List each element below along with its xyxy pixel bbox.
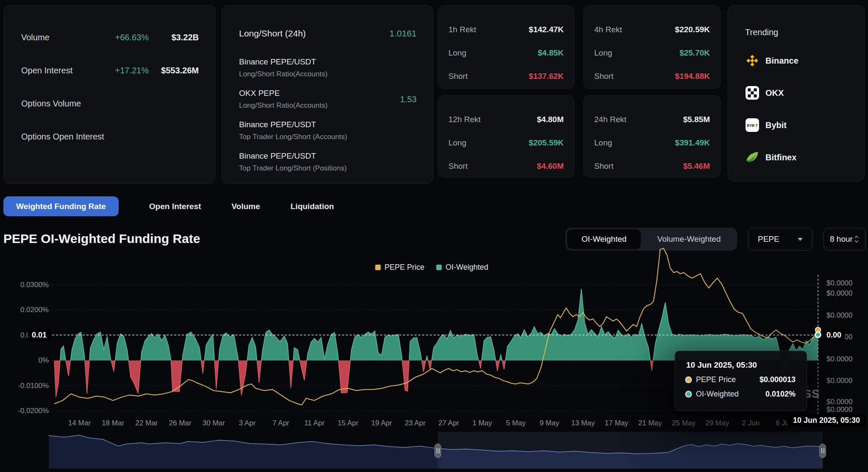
tooltip-value: 0.0102%	[765, 390, 796, 399]
legend-oi-weighted[interactable]: OI-Weighted	[436, 263, 488, 272]
price-dot-icon	[686, 377, 691, 382]
y-axis-right-label: $0.0000	[826, 398, 852, 406]
x-axis-tick-label: 18 Mar	[102, 419, 124, 427]
x-axis-tick-label: 30 Mar	[203, 419, 225, 427]
y-axis-left-label: -0.0200%	[8, 407, 49, 415]
y-axis-left-label: 0.0300%	[8, 281, 49, 289]
x-axis-tick-label: 13 May	[571, 419, 595, 427]
legend-pepe-price[interactable]: PEPE Price	[375, 263, 424, 272]
chart-legend: PEPE Price OI-Weighted	[375, 263, 488, 272]
crosshair-right-badge: 0.00	[823, 329, 845, 341]
tooltip-label: PEPE Price	[696, 375, 736, 384]
tooltip-label: OI-Weighted	[696, 390, 739, 399]
x-axis-tick-label: 14 Mar	[68, 419, 91, 427]
chart-tooltip: 10 Jun 2025, 05:30 PEPE Price $0.000013 …	[675, 351, 807, 411]
navigator-left-handle[interactable]	[434, 444, 441, 458]
crosshair-date-badge: 10 Jun 2025, 05:30	[787, 414, 865, 427]
navigator-right-handle[interactable]	[819, 444, 826, 458]
y-axis-left-label: 0.0200%	[8, 306, 49, 314]
x-axis-tick-label: 17 May	[605, 419, 629, 427]
x-axis-tick-label: 15 Apr	[337, 419, 358, 427]
x-axis-tick-label: 3 Apr	[239, 419, 256, 427]
x-axis-tick-label: 26 Mar	[169, 419, 192, 427]
funding-dot-icon	[686, 392, 691, 397]
tooltip-row-price: PEPE Price $0.000013	[686, 375, 796, 384]
x-axis-tick-label: 22 Mar	[135, 419, 158, 427]
legend-label: OI-Weighted	[445, 263, 488, 272]
y-axis-right-label: $0.0000	[826, 289, 852, 298]
coinglass-dashboard: { "stats_card": { "rows": [ {"label":"Vo…	[0, 0, 868, 472]
x-axis-tick-label: 11 Apr	[304, 419, 325, 427]
tooltip-row-funding: OI-Weighted 0.0102%	[686, 390, 796, 399]
x-axis-tick-label: 9 May	[540, 419, 559, 427]
x-axis-tick-label: 2 Jun	[742, 419, 760, 427]
y-axis-right-label: $0.0000	[826, 311, 852, 320]
legend-swatch	[375, 265, 381, 270]
x-axis-tick-label: 29 May	[705, 419, 729, 427]
x-axis-tick-label: 25 May	[672, 419, 696, 427]
y-axis-right-label: $0.0000	[826, 279, 852, 288]
y-axis-right-label: $0.0000	[826, 405, 852, 414]
legend-swatch	[436, 265, 442, 270]
x-axis-tick-label: 1 May	[473, 419, 492, 427]
x-axis-tick-label: 27 Apr	[438, 419, 459, 427]
crosshair-left-badge: 0.01	[28, 329, 50, 341]
y-axis-right-label: $0.0000	[826, 355, 852, 363]
x-axis-tick-label: 21 May	[638, 419, 662, 427]
tooltip-date: 10 Jun 2025, 05:30	[686, 360, 796, 370]
x-axis-tick-label: 7 Apr	[273, 419, 289, 427]
y-axis-left-label: 0%	[8, 356, 49, 365]
tooltip-value: $0.000013	[760, 375, 796, 384]
legend-label: PEPE Price	[384, 263, 424, 272]
x-axis-tick-label: 19 Apr	[371, 419, 392, 427]
x-axis-tick-label: 23 Apr	[405, 419, 426, 427]
y-axis-left-label: -0.0100%	[8, 382, 49, 390]
x-axis-tick-label: 5 May	[506, 419, 526, 427]
y-axis-right-label: $0.0000	[826, 377, 852, 385]
